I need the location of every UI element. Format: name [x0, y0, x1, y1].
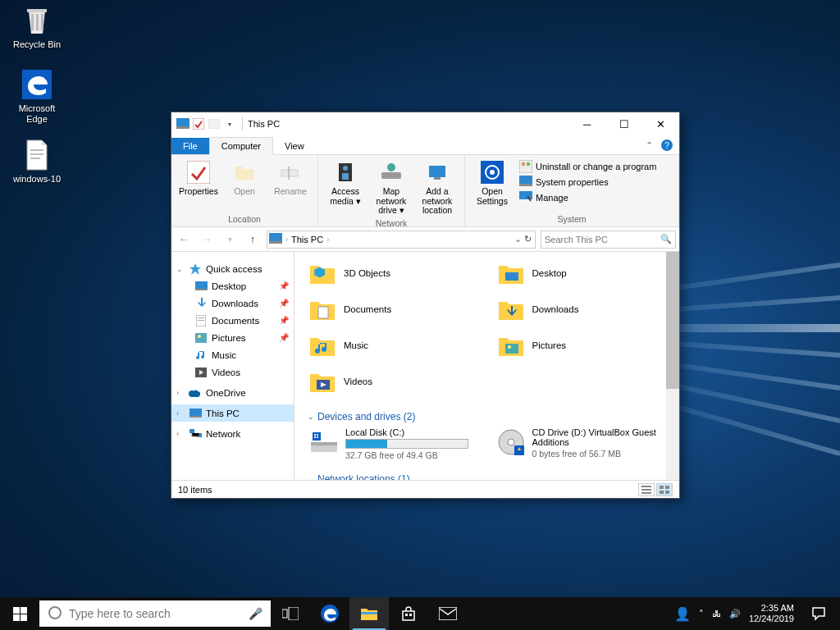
- maximize-button[interactable]: ☐: [605, 112, 642, 135]
- documents-folder-icon: [308, 294, 337, 324]
- close-button[interactable]: ✕: [642, 112, 679, 135]
- system-properties-button[interactable]: System properties: [519, 176, 656, 189]
- qat-new-folder-icon[interactable]: [208, 117, 221, 130]
- section-network-locations[interactable]: ⌄Network locations (1): [308, 470, 676, 480]
- chevron-right-icon: ›: [176, 389, 185, 397]
- manage-button[interactable]: Manage: [519, 191, 656, 204]
- search-box[interactable]: Search This PC 🔍: [541, 231, 676, 249]
- help-button[interactable]: ?: [661, 139, 673, 151]
- tab-computer[interactable]: Computer: [209, 137, 273, 155]
- network-icon[interactable]: 🖧: [712, 609, 721, 619]
- chevron-right-icon[interactable]: ›: [326, 235, 329, 244]
- svg-rect-68: [282, 609, 287, 618]
- drive-cd-d[interactable]: CD Drive (D:) VirtualBox Guest Additions…: [495, 426, 677, 462]
- folder-documents[interactable]: Documents: [308, 293, 488, 326]
- videos-icon: [194, 366, 208, 379]
- qat-properties-icon[interactable]: [192, 117, 205, 130]
- folder-downloads[interactable]: Downloads: [496, 293, 677, 326]
- documents-icon: [194, 314, 208, 327]
- svg-point-47: [508, 345, 511, 349]
- nav-up-button[interactable]: ↑: [244, 231, 262, 249]
- nav-documents[interactable]: Documents📌: [171, 312, 294, 329]
- address-dropdown-button[interactable]: ⌄: [514, 234, 522, 244]
- drive-local-c[interactable]: Local Disk (C:) 32.7 GB free of 49.4 GB: [308, 426, 490, 462]
- view-details-button[interactable]: [638, 483, 655, 496]
- map-network-drive-button[interactable]: Map network drive ▾: [369, 158, 413, 217]
- svg-rect-36: [198, 320, 204, 321]
- svg-rect-74: [439, 607, 457, 620]
- titlebar[interactable]: ▾ This PC ─ ☐ ✕: [171, 112, 679, 135]
- ribbon-group-network: Access media ▾ Map network drive ▾ Add a…: [318, 155, 465, 226]
- vertical-scrollbar[interactable]: [666, 252, 679, 480]
- section-devices-and-drives[interactable]: ⌄Devices and drives (2): [308, 408, 676, 426]
- desktop-icon-file[interactable]: windows-10: [8, 138, 66, 185]
- access-media-button[interactable]: Access media ▾: [323, 158, 368, 217]
- nav-network[interactable]: ›Network: [171, 425, 294, 442]
- window-controls: ─ ☐ ✕: [568, 112, 679, 135]
- nav-downloads[interactable]: Downloads📌: [171, 294, 294, 312]
- ribbon-group-location: Properties Open Rename Location: [171, 155, 318, 226]
- taskbar-mail[interactable]: [428, 597, 468, 630]
- taskbar-search[interactable]: Type here to search 🎤: [39, 600, 271, 627]
- taskbar-clock[interactable]: 2:35 AM 12/24/2019: [749, 603, 794, 624]
- nav-recent-button[interactable]: ▾: [221, 231, 239, 249]
- add-network-location-button[interactable]: Add a network location: [415, 158, 459, 217]
- svg-rect-10: [208, 119, 220, 129]
- refresh-button[interactable]: ↻: [524, 234, 532, 244]
- people-button[interactable]: 👤: [674, 606, 691, 622]
- nav-music[interactable]: Music: [171, 346, 294, 363]
- taskbar-file-explorer[interactable]: [349, 597, 389, 630]
- uninstall-program-button[interactable]: Uninstall or change a program: [519, 160, 656, 173]
- folder-3d-objects[interactable]: 3D Objects: [308, 257, 488, 290]
- drive-usage-bar: [345, 439, 468, 449]
- svg-rect-30: [269, 233, 282, 241]
- taskbar: Type here to search 🎤 👤 ˄ 🖧 🔊 2:35 AM 12…: [0, 597, 840, 630]
- folder-pictures[interactable]: Pictures: [496, 329, 677, 362]
- downloads-folder-icon: [496, 294, 526, 324]
- tab-file[interactable]: File: [171, 138, 209, 154]
- open-settings-button[interactable]: Open Settings: [470, 158, 514, 213]
- properties-button[interactable]: Properties: [176, 158, 221, 213]
- chevron-right-icon[interactable]: ›: [285, 235, 288, 244]
- collapse-ribbon-button[interactable]: ⌃: [646, 140, 653, 151]
- ribbon-group-system: Open Settings Uninstall or change a prog…: [465, 155, 679, 226]
- action-center-button[interactable]: [802, 597, 835, 630]
- folder-videos[interactable]: Videos: [308, 365, 488, 398]
- minimize-button[interactable]: ─: [568, 112, 605, 135]
- breadcrumb-this-pc[interactable]: This PC: [291, 235, 323, 244]
- desktop-icon-edge[interactable]: Microsoft Edge: [8, 67, 66, 125]
- rename-button: Rename: [268, 158, 313, 213]
- folder-music[interactable]: Music: [308, 329, 488, 362]
- desktop-icon-recycle-bin[interactable]: Recycle Bin: [8, 3, 66, 50]
- search-icon: 🔍: [660, 234, 672, 244]
- start-button[interactable]: [0, 597, 39, 630]
- view-large-icons-button[interactable]: [656, 483, 673, 496]
- nav-desktop[interactable]: Desktop📌: [171, 277, 294, 294]
- nav-videos[interactable]: Videos: [171, 363, 294, 381]
- nav-back-button[interactable]: ←: [175, 231, 193, 249]
- nav-pictures[interactable]: Pictures📌: [171, 329, 294, 346]
- pin-icon: 📌: [279, 299, 289, 308]
- svg-point-18: [387, 163, 395, 171]
- ribbon-tabs: File Computer View ⌃ ?: [171, 135, 679, 155]
- address-field[interactable]: › This PC › ⌄↻: [267, 231, 536, 249]
- qat-dropdown-icon[interactable]: ▾: [223, 117, 236, 130]
- svg-rect-65: [13, 614, 20, 621]
- task-view-button[interactable]: [271, 597, 310, 630]
- nav-this-pc[interactable]: ›This PC: [171, 404, 294, 422]
- taskbar-store[interactable]: [389, 597, 428, 630]
- nav-onedrive[interactable]: ›OneDrive: [171, 384, 294, 401]
- this-pc-icon: [269, 233, 282, 246]
- tray-overflow-button[interactable]: ˄: [699, 609, 704, 619]
- scrollbar-thumb[interactable]: [666, 252, 679, 389]
- nav-quick-access[interactable]: ⌄Quick access: [171, 260, 294, 277]
- taskbar-edge[interactable]: [310, 597, 349, 630]
- separator: [242, 117, 243, 130]
- volume-icon[interactable]: 🔊: [729, 609, 741, 619]
- svg-rect-66: [21, 614, 27, 621]
- tab-view[interactable]: View: [273, 138, 316, 154]
- svg-rect-28: [519, 184, 532, 186]
- window-title: This PC: [248, 119, 280, 129]
- folder-desktop[interactable]: Desktop: [496, 257, 677, 290]
- microphone-icon[interactable]: 🎤: [249, 607, 262, 620]
